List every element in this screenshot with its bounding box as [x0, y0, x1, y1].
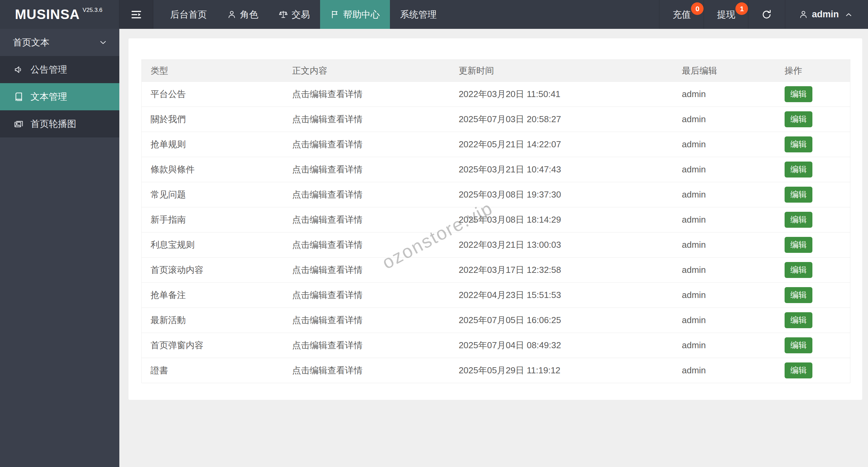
chevron-down-icon [98, 38, 108, 47]
cell-updated: 2022年03月17日 12:32:58 [450, 258, 673, 283]
user-icon [227, 10, 236, 19]
nav-item-withdraw[interactable]: 提现 1 [704, 0, 748, 29]
cell-action: 编辑 [776, 182, 850, 207]
cell-editor: admin [673, 107, 776, 132]
cell-updated: 2025年03月08日 19:37:30 [450, 182, 673, 207]
cell-updated: 2022年03月21日 13:00:03 [450, 232, 673, 258]
edit-button[interactable]: 编辑 [785, 337, 812, 353]
cell-content: 点击编辑查看详情 [283, 132, 450, 157]
cell-action: 编辑 [776, 308, 850, 333]
cell-type: 平台公告 [142, 82, 283, 107]
cell-type: 新手指南 [142, 207, 283, 232]
cell-type: 首页滚动内容 [142, 258, 283, 283]
cell-updated: 2022年05月21日 14:22:07 [450, 132, 673, 157]
cell-type: 關於我們 [142, 107, 283, 132]
nav-item-dashboard[interactable]: 后台首页 [160, 0, 217, 29]
sidebar: 首页文本 公告管理 文本管理 [0, 29, 119, 467]
cell-editor: admin [673, 308, 776, 333]
cell-editor: admin [673, 182, 776, 207]
withdraw-label: 提现 [717, 8, 735, 21]
table-row: 關於我們 点击编辑查看详情 2025年07月03日 20:58:27 admin… [142, 107, 850, 132]
recharge-badge: 0 [691, 2, 704, 15]
edit-button[interactable]: 编辑 [785, 237, 812, 253]
edit-button[interactable]: 编辑 [785, 262, 812, 278]
user-icon [799, 10, 808, 19]
nav-item-system[interactable]: 系统管理 [390, 0, 447, 29]
cell-content: 点击编辑查看详情 [283, 82, 450, 107]
nav-item-recharge[interactable]: 充值 0 [659, 0, 704, 29]
sidebar-group-label: 首页文本 [13, 36, 50, 49]
carousel-icon [14, 119, 24, 129]
cell-editor: admin [673, 232, 776, 258]
refresh-icon [761, 9, 772, 20]
cell-action: 编辑 [776, 132, 850, 157]
table-row: 利息宝规则 点击编辑查看详情 2022年03月21日 13:00:03 admi… [142, 232, 850, 258]
sidebar-item-announcement-mgmt[interactable]: 公告管理 [0, 56, 119, 83]
sidebar-group-home-text[interactable]: 首页文本 [0, 29, 119, 56]
speaker-icon [14, 64, 24, 75]
sidebar-item-text-mgmt[interactable]: 文本管理 [0, 83, 119, 110]
sidebar-item-label: 公告管理 [31, 63, 67, 76]
edit-button[interactable]: 编辑 [785, 287, 812, 303]
edit-button[interactable]: 编辑 [785, 362, 812, 378]
cell-editor: admin [673, 333, 776, 358]
cell-content: 点击编辑查看详情 [283, 107, 450, 132]
cell-updated: 2025年07月03日 20:58:27 [450, 107, 673, 132]
header-content: 正文内容 [283, 60, 450, 82]
edit-button[interactable]: 编辑 [785, 312, 812, 328]
table-row: 最新活動 点击编辑查看详情 2025年07月05日 16:06:25 admin… [142, 308, 850, 333]
withdraw-badge: 1 [735, 2, 748, 15]
edit-button[interactable]: 编辑 [785, 111, 812, 127]
cell-content: 点击编辑查看详情 [283, 358, 450, 383]
cell-editor: admin [673, 157, 776, 182]
sidebar-item-label: 首页轮播图 [31, 118, 76, 130]
navbar-actions: 充值 0 提现 1 admin [659, 0, 868, 29]
sidebar-item-label: 文本管理 [31, 91, 67, 103]
nav-item-roles[interactable]: 角色 [217, 0, 269, 29]
sidebar-toggle-button[interactable] [119, 0, 153, 29]
edit-button[interactable]: 编辑 [785, 136, 812, 152]
cell-action: 编辑 [776, 283, 850, 308]
main-content: 类型 正文内容 更新时间 最后编辑 操作 平台公告 点击编辑查看详情 2022年… [119, 29, 868, 467]
app-logo: MUSINSA V25.3.6 [0, 0, 119, 29]
cell-content: 点击编辑查看详情 [283, 308, 450, 333]
edit-button[interactable]: 编辑 [785, 86, 812, 102]
header-action: 操作 [776, 60, 850, 82]
table-row: 條款與條件 点击编辑查看详情 2025年03月21日 10:47:43 admi… [142, 157, 850, 182]
edit-button[interactable]: 编辑 [785, 187, 812, 203]
cell-editor: admin [673, 207, 776, 232]
cell-content: 点击编辑查看详情 [283, 232, 450, 258]
edit-button[interactable]: 编辑 [785, 212, 812, 228]
navbar-spacer [447, 0, 659, 29]
table-row: 證書 点击编辑查看详情 2025年05月29日 11:19:12 admin 编… [142, 358, 850, 383]
table-header-row: 类型 正文内容 更新时间 最后编辑 操作 [142, 60, 850, 82]
cell-editor: admin [673, 283, 776, 308]
header-updated: 更新时间 [450, 60, 673, 82]
sidebar-item-home-carousel[interactable]: 首页轮播图 [0, 110, 119, 137]
cell-action: 编辑 [776, 82, 850, 107]
scales-icon [279, 10, 288, 19]
nav-item-label: 帮助中心 [343, 8, 380, 21]
cell-updated: 2025年05月29日 11:19:12 [450, 358, 673, 383]
nav-item-label: 角色 [240, 8, 258, 21]
cell-action: 编辑 [776, 157, 850, 182]
nav-item-help-center[interactable]: 帮助中心 [320, 0, 390, 29]
recharge-label: 充值 [672, 8, 691, 21]
cell-type: 證書 [142, 358, 283, 383]
cell-action: 编辑 [776, 107, 850, 132]
top-navbar: MUSINSA V25.3.6 后台首页 角色 [0, 0, 868, 29]
cell-action: 编辑 [776, 258, 850, 283]
nav-item-label: 交易 [292, 8, 310, 21]
content-card: 类型 正文内容 更新时间 最后编辑 操作 平台公告 点击编辑查看详情 2022年… [129, 38, 862, 400]
chevron-up-icon [844, 10, 853, 19]
nav-item-trade[interactable]: 交易 [269, 0, 320, 29]
table-row: 首页弹窗内容 点击编辑查看详情 2025年07月04日 08:49:32 adm… [142, 333, 850, 358]
cell-updated: 2025年07月04日 08:49:32 [450, 333, 673, 358]
cell-updated: 2025年03月08日 18:14:29 [450, 207, 673, 232]
cell-editor: admin [673, 82, 776, 107]
user-menu[interactable]: admin [785, 0, 868, 29]
cell-content: 点击编辑查看详情 [283, 207, 450, 232]
edit-button[interactable]: 编辑 [785, 162, 812, 178]
table-row: 常见问题 点击编辑查看详情 2025年03月08日 19:37:30 admin… [142, 182, 850, 207]
refresh-button[interactable] [748, 0, 785, 29]
